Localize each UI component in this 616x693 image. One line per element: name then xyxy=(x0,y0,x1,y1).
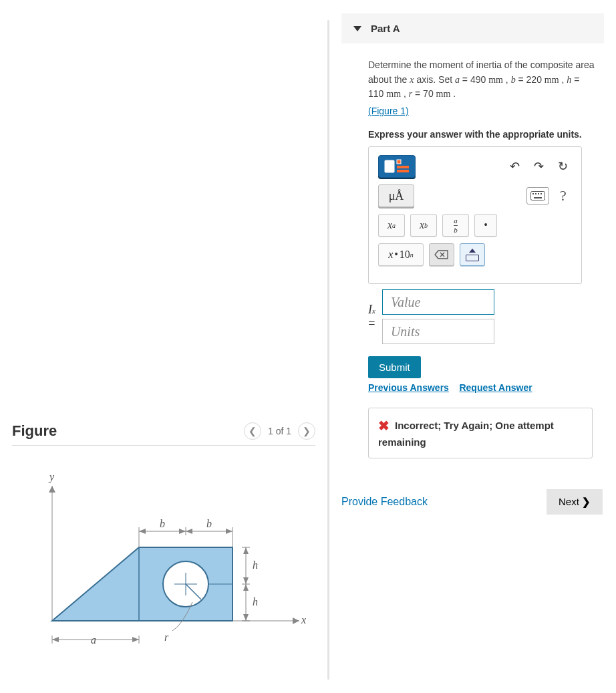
special-keyboard-button[interactable] xyxy=(460,243,485,266)
part-title: Part A xyxy=(371,23,400,34)
previous-answers-link[interactable]: Previous Answers xyxy=(368,382,449,393)
feedback-message: ✖Incorrect; Try Again; One attempt remai… xyxy=(368,408,593,458)
svg-rect-37 xyxy=(535,193,536,194)
equals-sign: = xyxy=(368,317,375,331)
backspace-icon xyxy=(434,249,449,260)
svg-rect-33 xyxy=(397,166,409,168)
units-mu-angstrom-button[interactable]: μÅ xyxy=(378,184,414,207)
fraction-button[interactable]: ab xyxy=(442,214,469,237)
svg-marker-21 xyxy=(186,529,192,534)
part-header[interactable]: Part A xyxy=(341,13,604,43)
request-answer-link[interactable]: Request Answer xyxy=(459,382,532,393)
svg-rect-32 xyxy=(397,160,401,164)
figure-prev-button[interactable]: ❮ xyxy=(244,422,261,440)
svg-rect-34 xyxy=(397,170,409,172)
svg-marker-22 xyxy=(226,529,233,534)
svg-marker-13 xyxy=(52,637,59,642)
svg-marker-19 xyxy=(139,529,146,534)
variable-symbol: Ix xyxy=(368,303,375,317)
reset-button[interactable]: ↻ xyxy=(553,157,572,176)
provide-feedback-link[interactable]: Provide Feedback xyxy=(341,496,428,508)
svg-rect-36 xyxy=(532,193,534,194)
answer-input-card: ↶ ↷ ↻ μÅ ? xa xb xyxy=(368,146,582,284)
label-r: r xyxy=(164,632,169,643)
dot-button[interactable]: • xyxy=(474,214,497,237)
figure-counter: 1 of 1 xyxy=(268,426,291,436)
label-b1: b xyxy=(160,518,165,529)
figure-next-button[interactable]: ❯ xyxy=(298,422,315,440)
superscript-button[interactable]: xa xyxy=(378,214,405,237)
redo-button[interactable]: ↷ xyxy=(529,157,548,176)
svg-marker-3 xyxy=(49,486,55,493)
incorrect-icon: ✖ xyxy=(378,418,390,433)
keyboard-icon xyxy=(530,191,545,200)
collapse-icon xyxy=(353,26,361,31)
submit-button[interactable]: Submit xyxy=(368,356,421,378)
label-a: a xyxy=(91,634,96,646)
value-units-group: Ix = Value Units xyxy=(368,289,595,344)
chevron-right-icon: ❯ xyxy=(582,496,591,507)
chevron-up-icon xyxy=(469,249,476,253)
figure-link[interactable]: (Figure 1) xyxy=(368,104,409,119)
help-button[interactable]: ? xyxy=(555,186,572,205)
axis-y-label: y xyxy=(48,471,55,483)
keyboard-button[interactable] xyxy=(526,187,549,204)
problem-statement: Determine the moment of inertia of the c… xyxy=(368,58,595,119)
backspace-button[interactable] xyxy=(429,243,454,266)
scientific-notation-button[interactable]: x•10n xyxy=(378,243,424,266)
next-button[interactable]: Next ❯ xyxy=(547,489,603,515)
svg-marker-29 xyxy=(243,584,249,591)
figure-title: Figure xyxy=(12,422,57,440)
svg-rect-40 xyxy=(534,197,542,198)
svg-marker-20 xyxy=(179,529,186,534)
subscript-button[interactable]: xb xyxy=(410,214,437,237)
svg-marker-27 xyxy=(243,547,249,554)
undo-button[interactable]: ↶ xyxy=(505,157,524,176)
label-h1: h xyxy=(253,559,258,571)
units-input[interactable]: Units xyxy=(382,319,494,344)
figure-diagram: y x r a xyxy=(12,467,315,656)
axis-x-label: x xyxy=(301,614,306,626)
svg-rect-39 xyxy=(541,193,542,194)
svg-rect-35 xyxy=(531,192,545,200)
instruction-text: Express your answer with the appropriate… xyxy=(368,128,595,142)
label-b2: b xyxy=(206,518,212,529)
svg-marker-28 xyxy=(243,577,249,584)
label-h2: h xyxy=(253,596,258,607)
templates-button[interactable] xyxy=(378,155,416,178)
svg-rect-38 xyxy=(538,193,539,194)
value-input[interactable]: Value xyxy=(382,289,494,315)
templates-icon xyxy=(383,158,410,175)
mini-keyboard-icon xyxy=(466,255,479,261)
figure-nav: ❮ 1 of 1 ❯ xyxy=(244,422,315,440)
figure-header: Figure ❮ 1 of 1 ❯ xyxy=(12,422,315,446)
svg-marker-14 xyxy=(132,637,139,642)
svg-rect-31 xyxy=(385,160,394,172)
svg-marker-30 xyxy=(243,614,249,621)
svg-marker-2 xyxy=(293,617,299,624)
